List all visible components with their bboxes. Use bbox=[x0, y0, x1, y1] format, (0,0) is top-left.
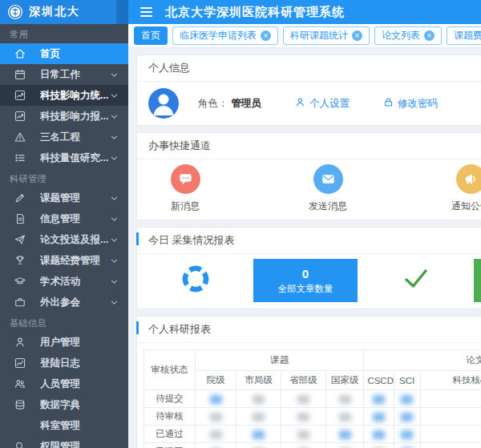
chevron-down-icon bbox=[110, 194, 119, 203]
research-report-title: 个人科研报表 bbox=[137, 317, 481, 343]
sidebar-item[interactable]: 科室管理 bbox=[0, 415, 128, 436]
sidebar-item[interactable]: 论文投送及报... bbox=[0, 229, 128, 250]
quick-channel[interactable]: 发送消息 bbox=[296, 164, 360, 213]
chevron-down-icon bbox=[110, 154, 119, 163]
database-icon bbox=[14, 399, 26, 411]
table-cell-blurred bbox=[236, 390, 281, 408]
article-count-label: 全部文章数量 bbox=[278, 283, 333, 295]
research-report-card: 个人科研报表 审核状态课题论文院级市局级省部级国家级CSCDSCI科技核心（统计… bbox=[136, 316, 481, 448]
tab-label: 首页 bbox=[141, 29, 160, 42]
tab[interactable]: 临床医学申请列表× bbox=[172, 26, 278, 45]
sidebar-item-label: 外出参会 bbox=[40, 296, 80, 309]
sidebar-item-label: 科技影响力统... bbox=[40, 89, 108, 103]
sidebar-item[interactable]: 科技影响力统... bbox=[0, 85, 128, 106]
column-header: 市局级 bbox=[236, 371, 281, 390]
tab[interactable]: 论文列表× bbox=[374, 26, 442, 45]
table-cell-blurred bbox=[394, 443, 420, 448]
sidebar-item-label: 权限管理 bbox=[40, 440, 80, 448]
hamburger-menu-icon[interactable] bbox=[140, 7, 152, 17]
sidebar-item[interactable]: 学术活动 bbox=[0, 271, 128, 292]
table-cell-blurred bbox=[420, 443, 481, 448]
table-cell-blurred bbox=[325, 408, 364, 426]
home-icon bbox=[14, 48, 26, 60]
article-count-box[interactable]: 0 全部文章数量 bbox=[253, 259, 358, 302]
chevron-down-icon bbox=[110, 91, 119, 100]
table-cell-blurred bbox=[281, 408, 325, 426]
users-icon bbox=[14, 378, 26, 390]
chevron-down-icon bbox=[110, 112, 119, 121]
sidebar-item[interactable]: 三名工程 bbox=[0, 127, 128, 147]
chevron-down-icon bbox=[110, 215, 119, 224]
chevron-down-icon bbox=[110, 256, 119, 265]
avatar bbox=[148, 88, 179, 119]
sidebar-item-label: 数据字典 bbox=[40, 398, 80, 412]
tab-home[interactable]: 首页 bbox=[134, 26, 168, 45]
hospital-logo-icon bbox=[8, 5, 22, 19]
tab[interactable]: 课题费用报表× bbox=[447, 26, 481, 45]
personal-settings-link[interactable]: 个人设置 bbox=[295, 97, 350, 111]
table-cell-blurred bbox=[420, 408, 481, 426]
sidebar-item[interactable]: 科技影响力报... bbox=[0, 106, 128, 127]
sidebar-item[interactable]: 科技量值研究... bbox=[0, 147, 128, 168]
table-cell-blurred bbox=[364, 443, 394, 448]
column-group-header: 论文 bbox=[364, 350, 481, 371]
blank-icon bbox=[14, 420, 26, 432]
sidebar-item[interactable]: 权限管理 bbox=[0, 436, 128, 448]
file-icon bbox=[14, 213, 26, 225]
table-row: 已通过 bbox=[144, 426, 481, 443]
change-password-label: 修改密码 bbox=[398, 97, 438, 111]
sidebar-item[interactable]: 信息管理 bbox=[0, 208, 128, 229]
sidebar-item[interactable]: 日常工作 bbox=[0, 64, 128, 85]
change-password-link[interactable]: 修改密码 bbox=[383, 97, 438, 111]
horn-icon bbox=[456, 164, 481, 194]
research-report-table: 审核状态课题论文院级市局级省部级国家级CSCDSCI科技核心（统计源）期刊 待提… bbox=[143, 349, 481, 448]
sidebar-item[interactable]: 数据字典 bbox=[0, 394, 128, 415]
table-cell-blurred bbox=[281, 390, 325, 408]
sidebar-item[interactable]: 人员管理 bbox=[0, 373, 128, 394]
sidebar-item[interactable]: 课题管理 bbox=[0, 188, 128, 208]
table-cell-blurred bbox=[281, 426, 325, 443]
close-icon[interactable]: × bbox=[424, 30, 435, 41]
article-count-value: 0 bbox=[302, 267, 309, 281]
sidebar-section-header: 常用 bbox=[0, 24, 128, 43]
close-icon[interactable]: × bbox=[352, 30, 362, 41]
sidebar-section-header: 基础信息 bbox=[0, 313, 128, 332]
quick-channel[interactable]: 通知公告 bbox=[439, 164, 481, 213]
header-bar: 北京大学深圳医院科研管理系统 bbox=[128, 0, 481, 24]
personal-settings-label: 个人设置 bbox=[309, 97, 350, 111]
collection-strip: 0 全部文章数量 bbox=[137, 259, 481, 302]
close-icon[interactable]: × bbox=[261, 30, 271, 41]
sidebar-item[interactable]: 课题经费管理 bbox=[0, 250, 128, 271]
sidebar-item[interactable]: 登陆日志 bbox=[0, 353, 128, 373]
column-header: 审核状态 bbox=[144, 350, 196, 390]
table-cell-blurred bbox=[394, 426, 420, 443]
tabbar: 首页临床医学申请列表×科研课题统计×论文列表×课题费用报表×用户列表× bbox=[128, 24, 481, 48]
tab-label: 课题费用报表 bbox=[454, 29, 481, 42]
quick-channel-label: 新消息 bbox=[171, 200, 200, 213]
tab-label: 论文列表 bbox=[382, 29, 420, 42]
quick-channel-label: 发送消息 bbox=[309, 200, 347, 213]
tab[interactable]: 科研课题统计× bbox=[283, 26, 370, 45]
quick-channel[interactable]: 新消息 bbox=[153, 164, 217, 213]
table-row: 待提交 bbox=[144, 390, 481, 408]
sidebar-item-label: 用户管理 bbox=[40, 336, 80, 349]
column-header: 国家级 bbox=[325, 371, 364, 390]
send-icon bbox=[14, 234, 26, 246]
role-text: 角色：管理员 bbox=[198, 97, 261, 111]
table-cell-blurred bbox=[236, 426, 281, 443]
school-icon bbox=[14, 276, 26, 288]
sidebar-item[interactable]: 首页 bbox=[0, 43, 128, 64]
table-body: 待提交待审核已通过已退回自动通过 bbox=[144, 390, 481, 448]
sidebar-item[interactable]: 外出参会 bbox=[0, 292, 128, 313]
mail-icon bbox=[313, 164, 343, 194]
table-cell-blurred bbox=[196, 390, 236, 408]
column-header: SCI bbox=[394, 371, 420, 390]
pencil-icon bbox=[14, 192, 26, 204]
chevron-down-icon bbox=[110, 277, 119, 286]
table-cell-blurred bbox=[196, 426, 236, 443]
top-header: 深圳北大 北京大学深圳医院科研管理系统 bbox=[0, 0, 481, 24]
sidebar-item-label: 课题经费管理 bbox=[40, 254, 100, 268]
chevron-down-icon bbox=[110, 236, 119, 244]
quick-channels-row: 新消息发送消息通知公告 bbox=[137, 159, 481, 220]
sidebar-item[interactable]: 用户管理 bbox=[0, 332, 128, 353]
